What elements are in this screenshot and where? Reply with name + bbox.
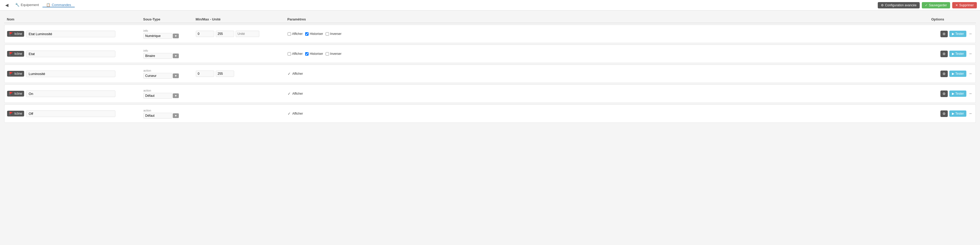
tester-icon-5: ▶ [952,112,954,115]
col-options-2: ⚙ ▶ Tester − [931,51,973,57]
col-options-1: ⚙ ▶ Tester − [931,31,973,37]
header-sous-type: Sous-Type [143,18,196,21]
flag-icon-5: 🚩 [9,112,13,115]
afficher-param-3[interactable]: ✓ Afficher [288,72,303,76]
remove-button-4[interactable]: − [968,91,973,97]
sous-type-select-1[interactable]: Numérique Binaire Autre [143,33,172,39]
col-sous-type-4: action Défaut Curseur Autre ▼ [143,89,196,99]
gear-button-1[interactable]: ⚙ [940,31,948,37]
select-arrow-4[interactable]: ▼ [173,93,179,98]
nom-input-2[interactable] [26,51,115,57]
afficher-label-3: Afficher [292,72,303,76]
gear-button-5[interactable]: ⚙ [940,110,948,117]
col-nom-2: 🚩 Icône [7,51,143,57]
tester-button-4[interactable]: ▶ Tester [949,91,967,97]
select-arrow-3[interactable]: ▼ [173,73,179,78]
sous-type-select-3[interactable]: Curseur Défaut Autre [143,73,172,79]
afficher-check-1[interactable] [288,32,291,36]
delete-label: Supprimer [959,3,974,7]
min-input-1[interactable] [196,31,214,37]
sous-type-select-2[interactable]: Binaire Numérique Autre [143,53,172,59]
check-icon-3: ✓ [288,72,291,76]
gear-button-2[interactable]: ⚙ [940,51,948,57]
tester-button-5[interactable]: ▶ Tester [949,110,967,117]
table-row: 🚩 Icône info Binaire Numérique Autre ▼ A… [4,45,976,63]
col-nom-1: 🚩 Icône [7,31,143,37]
config-button[interactable]: ⚙ Configuration avancée [878,2,920,8]
remove-button-5[interactable]: − [968,110,973,117]
tester-icon-4: ▶ [952,92,954,95]
tester-label-1: Tester [955,32,964,36]
header-nom: Nom [7,18,143,21]
tester-button-1[interactable]: ▶ Tester [949,31,967,37]
type-select-wrapper-2: Binaire Numérique Autre ▼ [143,53,196,59]
afficher-label-5: Afficher [292,112,303,115]
nom-input-4[interactable] [26,91,115,97]
col-sous-type-3: action Curseur Défaut Autre ▼ [143,69,196,79]
icone-button-1[interactable]: 🚩 Icône [7,31,24,37]
inverser-label-2: Inverser [330,52,341,56]
icone-button-2[interactable]: 🚩 Icône [7,51,24,57]
tester-button-3[interactable]: ▶ Tester [949,70,967,77]
nom-input-5[interactable] [26,110,115,117]
inverser-check-2[interactable] [326,52,329,56]
nom-input-1[interactable] [26,31,115,37]
afficher-param-5[interactable]: ✓ Afficher [288,111,303,116]
unite-input-1[interactable] [236,31,259,37]
select-arrow-2[interactable]: ▼ [173,54,179,58]
save-button[interactable]: ✓ Sauvegarder [922,2,950,8]
inverser-param-1[interactable]: Inverser [326,32,341,36]
tab-commandes[interactable]: 📋 Commandes [43,3,75,7]
historiser-check-2[interactable] [305,52,309,56]
content: Nom Sous-Type Min/Max - Unité Paramètres… [0,11,980,130]
col-options-3: ⚙ ▶ Tester − [931,70,973,77]
afficher-param-2[interactable]: Afficher [288,52,302,56]
tester-button-2[interactable]: ▶ Tester [949,51,967,57]
afficher-check-2[interactable] [288,52,291,56]
delete-button[interactable]: ✕ Supprimer [952,2,977,8]
remove-button-3[interactable]: − [968,70,973,77]
icone-label-5: Icône [14,112,22,115]
delete-icon: ✕ [955,3,958,7]
col-sous-type-1: info Numérique Binaire Autre ▼ [143,29,196,39]
back-button[interactable]: ◀ [3,2,11,9]
tab-equipement[interactable]: 🔧 Equipement [11,3,43,7]
historiser-param-2[interactable]: Historiser [305,52,323,56]
afficher-label-4: Afficher [292,92,303,95]
header-parametres: Paramètres [287,18,931,21]
tester-label-4: Tester [955,92,964,95]
select-arrow-1[interactable]: ▼ [173,33,179,38]
config-label: Configuration avancée [885,3,916,7]
remove-button-2[interactable]: − [968,51,973,57]
afficher-param-4[interactable]: ✓ Afficher [288,92,303,96]
gear-button-3[interactable]: ⚙ [940,70,948,77]
type-label-5: action [143,109,196,112]
col-params-3: ✓ Afficher [288,72,931,76]
config-icon: ⚙ [881,3,884,7]
col-sous-type-5: action Défaut Curseur Autre ▼ [143,109,196,119]
top-bar: ◀ 🔧 Equipement 📋 Commandes ⚙ Configurati… [0,0,980,11]
min-input-3[interactable] [196,70,214,77]
icone-button-5[interactable]: 🚩 Icône [7,111,24,116]
max-input-3[interactable] [216,70,234,77]
inverser-param-2[interactable]: Inverser [326,52,341,56]
select-arrow-5[interactable]: ▼ [173,113,179,118]
tabs: 🔧 Equipement 📋 Commandes [11,3,75,7]
inverser-check-1[interactable] [326,32,329,36]
sous-type-select-4[interactable]: Défaut Curseur Autre [143,93,172,99]
nom-input-3[interactable] [26,70,115,77]
historiser-param-1[interactable]: Historiser [305,32,323,36]
tab-equipement-label: Equipement [21,3,39,7]
afficher-param-1[interactable]: Afficher [288,32,302,36]
icone-label-2: Icône [14,52,22,56]
equipment-icon: 🔧 [15,3,19,7]
icone-button-3[interactable]: 🚩 Icône [7,71,24,76]
icone-button-4[interactable]: 🚩 Icône [7,91,24,97]
max-input-1[interactable] [216,31,234,37]
icone-label-1: Icône [14,32,22,36]
historiser-check-1[interactable] [305,32,309,36]
remove-button-1[interactable]: − [968,31,973,37]
col-nom-4: 🚩 Icône [7,91,143,97]
sous-type-select-5[interactable]: Défaut Curseur Autre [143,113,172,119]
gear-button-4[interactable]: ⚙ [940,91,948,97]
